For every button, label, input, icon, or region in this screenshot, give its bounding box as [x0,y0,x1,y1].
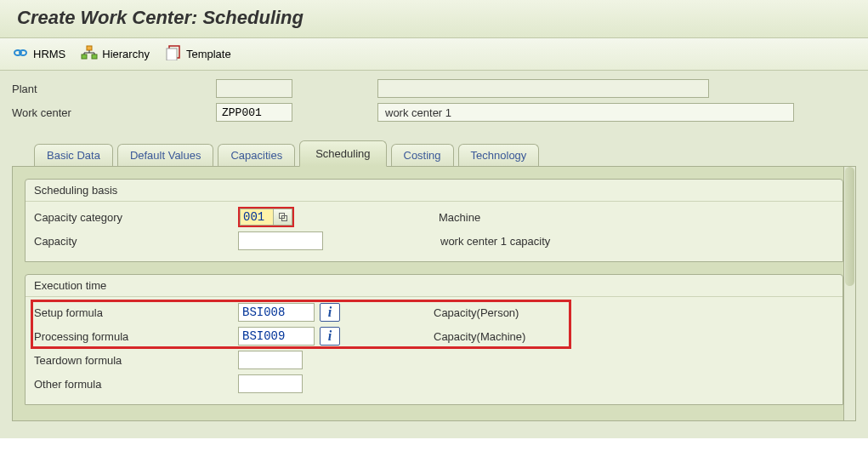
scheduling-panel: Scheduling basis Capacity category 001 M… [12,166,856,421]
svg-rect-2 [87,46,92,50]
hierarchy-label: Hierarchy [102,48,150,60]
svg-rect-4 [92,54,97,59]
capacity-category-input[interactable]: 001 [240,209,274,226]
other-formula-label: Other formula [34,378,238,391]
template-icon [165,45,182,63]
work-center-label: Work center [12,106,216,119]
title-bar: Create Work Center: Scheduling [0,0,868,38]
capacity-category-label: Capacity category [34,211,238,224]
other-formula-input[interactable] [238,374,303,393]
tab-capacities[interactable]: Capacities [218,144,295,166]
hierarchy-icon [81,45,98,63]
tab-default-values[interactable]: Default Values [117,144,214,166]
vertical-scrollbar[interactable] [843,167,855,420]
plant-desc [377,79,709,98]
tab-costing[interactable]: Costing [391,144,454,166]
hrms-label: HRMS [33,48,65,60]
scheduling-basis-group: Scheduling basis Capacity category 001 M… [25,179,843,262]
capacity-desc: work center 1 capacity [440,235,550,248]
link-icon [12,46,29,62]
setup-formula-label: Setup formula [34,306,238,319]
template-label: Template [186,48,231,60]
svg-rect-6 [167,49,177,60]
info-button-processing[interactable]: i [320,327,340,346]
scroll-thumb[interactable] [845,167,854,286]
plant-label: Plant [12,83,216,95]
work-center-input[interactable]: ZPP001 [216,103,292,122]
plant-input[interactable] [216,79,292,98]
execution-time-group: Execution time Setup formula BSI008 i Ca… [25,274,843,405]
info-button-setup[interactable]: i [320,303,340,322]
processing-formula-input[interactable]: BSI009 [238,327,315,346]
capacity-category-field: 001 [238,207,294,227]
value-help-button[interactable] [274,209,292,226]
work-center-desc: work center 1 [377,103,794,122]
tab-scheduling[interactable]: Scheduling [299,140,386,167]
teardown-formula-input[interactable] [238,351,303,369]
execution-time-title: Execution time [26,275,842,297]
processing-formula-label: Processing formula [34,330,238,343]
hrms-button[interactable]: HRMS [12,46,65,62]
capacity-category-desc: Machine [439,211,480,224]
tab-basic-data[interactable]: Basic Data [34,144,113,166]
tab-technology[interactable]: Technology [458,144,540,166]
capacity-label: Capacity [34,235,238,248]
page-title: Create Work Center: Scheduling [17,7,304,28]
processing-formula-desc: Capacity(Machine) [434,330,525,343]
capacity-input[interactable] [238,231,323,250]
setup-formula-desc: Capacity(Person) [434,306,519,319]
teardown-formula-label: Teardown formula [34,354,238,367]
toolbar: HRMS Hierarchy Template [0,38,868,71]
hierarchy-button[interactable]: Hierarchy [81,45,150,63]
scheduling-basis-title: Scheduling basis [26,180,842,202]
tab-strip: Basic Data Default Values Capacities Sch… [0,132,868,166]
svg-rect-3 [82,54,87,59]
template-button[interactable]: Template [165,45,231,63]
header-area: Plant Work center ZPP001 work center 1 [0,71,868,132]
setup-formula-input[interactable]: BSI008 [238,303,315,322]
